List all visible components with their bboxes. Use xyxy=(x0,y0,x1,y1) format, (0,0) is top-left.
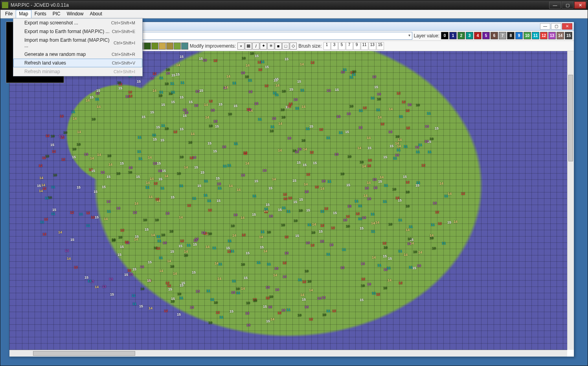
tile-value: 15 xyxy=(91,169,95,173)
menu-item-refresh-land-values[interactable]: Refresh land valuesCtrl+Shift+V xyxy=(13,59,142,67)
tile-value: 15 xyxy=(96,89,100,92)
tile-value: 14 xyxy=(404,253,408,257)
menu-item-export-map-screenshot[interactable]: Export map screenshot ...Ctrl+Shift+M xyxy=(13,18,142,27)
tile-value: 11 xyxy=(387,266,391,270)
tile-value: 13 xyxy=(222,145,226,149)
tile-value: 15 xyxy=(345,130,349,134)
layer-value-9[interactable]: 9 xyxy=(515,32,523,39)
tile-value: 13 xyxy=(395,153,399,157)
layer-value-6[interactable]: 6 xyxy=(491,32,498,39)
tile-value: 15 xyxy=(52,208,56,212)
menu-file[interactable]: File xyxy=(2,10,16,18)
layer-value-15[interactable]: 15 xyxy=(565,32,572,39)
brush-15[interactable]: 15 xyxy=(377,42,384,50)
tile-value: 11 xyxy=(371,96,375,100)
layer-value-2[interactable]: 2 xyxy=(458,32,465,39)
tile-value: 13 xyxy=(341,70,345,74)
horizontal-scrollbar[interactable] xyxy=(9,350,567,357)
menu-about[interactable]: About xyxy=(86,10,105,18)
brush-11[interactable]: 11 xyxy=(361,42,368,50)
terrain-swatch-10[interactable] xyxy=(174,43,181,50)
layer-value-13[interactable]: 13 xyxy=(548,32,556,39)
brush-9[interactable]: 9 xyxy=(353,42,360,50)
layer-value-0[interactable]: 0 xyxy=(441,32,448,39)
tile-value: 12 xyxy=(277,311,281,315)
terrain-swatch-11[interactable] xyxy=(181,43,188,50)
tile-value: 12 xyxy=(74,265,78,269)
improvement-3[interactable]: ✦ xyxy=(260,43,267,50)
menu-map[interactable]: Map xyxy=(16,10,31,18)
tile-value: 14 xyxy=(245,161,249,165)
tile-value: 13 xyxy=(150,76,154,80)
menu-item-import-map-from-earth-format-map-pic[interactable]: Import map from Earth format (MAP.PIC) .… xyxy=(13,36,142,50)
layer-value-4[interactable]: 4 xyxy=(474,32,481,39)
tile-value: 10 xyxy=(298,313,301,317)
tile-value: 15 xyxy=(147,279,151,283)
brush-5[interactable]: 5 xyxy=(338,42,345,50)
tile-value: 11 xyxy=(444,194,448,198)
tile-value: 15 xyxy=(244,276,248,280)
minimize-button[interactable]: — xyxy=(549,2,561,9)
layer-value-7[interactable]: 7 xyxy=(499,32,506,39)
hscroll-thumb[interactable] xyxy=(33,351,135,356)
tile-value: 15 xyxy=(94,190,97,194)
window-buttons: — ▢ ✕ xyxy=(549,2,586,9)
close-button[interactable]: ✕ xyxy=(574,2,586,9)
layer-value-3[interactable]: 3 xyxy=(466,32,473,39)
tile-value: 15 xyxy=(178,244,182,248)
improvement-2[interactable]: / xyxy=(252,43,259,50)
tile-value: 10 xyxy=(242,56,246,60)
brush-3[interactable]: 3 xyxy=(331,42,338,50)
brush-1[interactable]: 1 xyxy=(323,42,331,50)
tile-value: 10 xyxy=(360,160,364,164)
improvement-1[interactable]: ▦ xyxy=(245,43,252,50)
tile-value: 10 xyxy=(231,224,235,228)
improvement-5[interactable]: ■ xyxy=(275,43,282,50)
layer-value-12[interactable]: 12 xyxy=(540,32,548,39)
improvement-4[interactable]: ✳ xyxy=(267,43,274,50)
map-window-maximize[interactable]: ▢ xyxy=(551,23,561,30)
terrain-swatch-6[interactable] xyxy=(144,43,151,50)
tile-value: 10 xyxy=(112,238,116,242)
maximize-button[interactable]: ▢ xyxy=(562,2,573,9)
map-menu-dropdown[interactable]: Export map screenshot ...Ctrl+Shift+MExp… xyxy=(13,18,143,76)
brush-13[interactable]: 13 xyxy=(369,42,376,50)
layer-value-10[interactable]: 10 xyxy=(524,32,531,39)
layer-value-14[interactable]: 14 xyxy=(557,32,564,39)
tile-value: 11 xyxy=(218,262,222,266)
layer-value-11[interactable]: 11 xyxy=(532,32,539,39)
outer-titlebar[interactable]: MAP.PIC - JCivED v0.0.11a — ▢ ✕ xyxy=(0,0,588,10)
tile-value: 12 xyxy=(399,281,402,285)
map-canvas[interactable]: 1311131214141514101412131311111011131011… xyxy=(9,51,567,350)
tile-value: 12 xyxy=(265,84,268,88)
tile-value: 13 xyxy=(196,289,200,293)
tile-value: 10 xyxy=(48,196,52,200)
tile-value: 12 xyxy=(216,311,220,314)
layer-value-8[interactable]: 8 xyxy=(507,32,514,39)
tile-value: 11 xyxy=(273,91,277,95)
brush-7[interactable]: 7 xyxy=(346,42,353,50)
menu-item-export-map-to-earth-format-map-pic[interactable]: Export map to Earth format (MAP.PIC) ...… xyxy=(13,27,142,36)
terrain-swatch-8[interactable] xyxy=(159,43,166,50)
improvement-7[interactable]: ◇ xyxy=(290,43,297,50)
improvement-6[interactable]: □ xyxy=(282,43,289,50)
vertical-scrollbar[interactable] xyxy=(567,51,574,350)
layer-value-1[interactable]: 1 xyxy=(449,32,457,39)
menu-fonts[interactable]: Fonts xyxy=(31,10,50,18)
improvement-0[interactable]: × xyxy=(237,43,244,50)
tile-value: 15 xyxy=(148,260,152,264)
terrain-swatch-7[interactable] xyxy=(151,43,158,50)
map-window-minimize[interactable]: — xyxy=(540,23,550,30)
tile-value: 14 xyxy=(151,233,155,237)
menubar[interactable]: FileMapFontsPICWindowAbout xyxy=(0,10,588,18)
terrain-swatch-9[interactable] xyxy=(166,43,173,50)
map-window-close[interactable]: ✕ xyxy=(562,23,572,30)
vscroll-thumb[interactable] xyxy=(568,75,573,161)
menu-pic[interactable]: PIC xyxy=(50,10,64,18)
menu-item-generate-a-new-random-map[interactable]: Generate a new random mapCtrl+Shift+R xyxy=(13,50,142,59)
menu-window[interactable]: Window xyxy=(64,10,87,18)
tile-value: 15 xyxy=(216,176,220,180)
tile-value: 15 xyxy=(246,251,250,255)
tile-value: 15 xyxy=(383,254,387,258)
layer-value-5[interactable]: 5 xyxy=(482,32,490,39)
